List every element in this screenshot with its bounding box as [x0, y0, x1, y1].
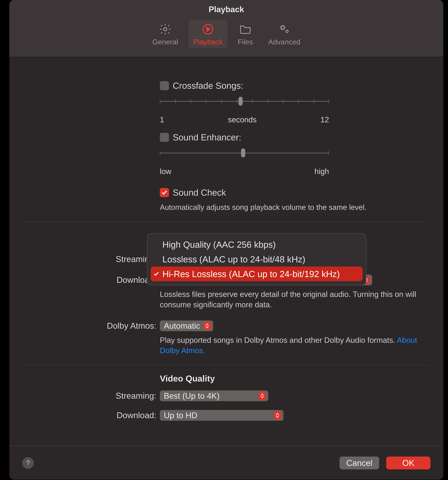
- window-title: Playback: [9, 0, 443, 14]
- toolbar: General Playback Files Advanced: [9, 20, 443, 48]
- svg-point-3: [286, 30, 288, 32]
- streaming-label: Streaming:: [23, 254, 156, 264]
- menu-item-hires-lossless[interactable]: Hi-Res Lossless (ALAC up to 24-bit/192 k…: [151, 267, 363, 281]
- video-download-dropdown[interactable]: Up to HD: [160, 410, 283, 421]
- crossfade-checkbox[interactable]: [160, 81, 169, 90]
- tab-label: Playback: [193, 38, 223, 46]
- tab-playback[interactable]: Playback: [189, 20, 227, 48]
- titlebar: Playback General Playback Files: [9, 0, 443, 57]
- enhancer-high: high: [315, 167, 329, 176]
- video-stream-dropdown[interactable]: Best (Up to 4K): [160, 390, 268, 401]
- tab-label: Files: [238, 38, 253, 46]
- enhancer-checkbox[interactable]: [160, 133, 169, 142]
- crossfade-slider[interactable]: [160, 98, 329, 105]
- footer: ? Cancel OK: [9, 446, 443, 480]
- cancel-button[interactable]: Cancel: [339, 457, 379, 469]
- video-download-label: Download:: [23, 410, 156, 420]
- double-gear-icon: [278, 23, 291, 35]
- ok-button[interactable]: OK: [386, 457, 431, 469]
- preferences-window: Playback General Playback Files: [9, 0, 443, 480]
- dolby-value: Automatic: [164, 321, 200, 331]
- soundcheck-checkbox[interactable]: [160, 188, 169, 197]
- dolby-note: Play supported songs in Dolby Atmos and …: [160, 335, 420, 356]
- dolby-dropdown[interactable]: Automatic: [160, 320, 213, 331]
- tab-label: Advanced: [268, 38, 301, 46]
- enhancer-label: Sound Enhancer:: [173, 132, 241, 142]
- stepper-icon: [259, 392, 266, 400]
- tab-files[interactable]: Files: [233, 20, 258, 48]
- crossfade-min: 1: [160, 115, 164, 124]
- help-button[interactable]: ?: [22, 457, 34, 469]
- tab-advanced[interactable]: Advanced: [264, 20, 305, 48]
- gear-icon: [159, 23, 172, 35]
- dolby-label: Dolby Atmos:: [23, 320, 156, 331]
- enhancer-slider[interactable]: [160, 149, 329, 156]
- video-header: Video Quality: [160, 374, 429, 383]
- crossfade-unit: seconds: [228, 115, 257, 124]
- separator: [23, 222, 429, 222]
- crossfade-max: 12: [321, 115, 329, 124]
- checkmark-icon: [153, 271, 159, 277]
- soundcheck-label: Sound Check: [173, 188, 226, 198]
- menu-item-lossless[interactable]: Lossless (ALAC up to 24-bit/48 kHz): [151, 252, 363, 267]
- tab-label: General: [152, 38, 178, 46]
- enhancer-low: low: [160, 167, 171, 176]
- folder-icon: [239, 23, 252, 35]
- video-download-value: Up to HD: [164, 411, 197, 420]
- video-stream-value: Best (Up to 4K): [164, 391, 220, 401]
- stepper-icon: [203, 322, 210, 330]
- streaming-quality-menu[interactable]: High Quality (AAC 256 kbps) Lossless (AL…: [147, 233, 366, 285]
- stepper-icon: [274, 411, 281, 420]
- video-stream-label: Streaming:: [23, 390, 156, 401]
- tab-general[interactable]: General: [148, 20, 183, 48]
- play-circle-icon: [202, 23, 214, 35]
- menu-item-high-quality[interactable]: High Quality (AAC 256 kbps): [151, 237, 363, 252]
- download-note: Lossless files preserve every detail of …: [160, 289, 420, 310]
- soundcheck-note: Automatically adjusts song playback volu…: [160, 202, 420, 212]
- svg-point-0: [164, 28, 167, 31]
- crossfade-label: Crossfade Songs:: [173, 81, 243, 91]
- download-label: Download:: [23, 275, 156, 285]
- separator: [23, 365, 429, 365]
